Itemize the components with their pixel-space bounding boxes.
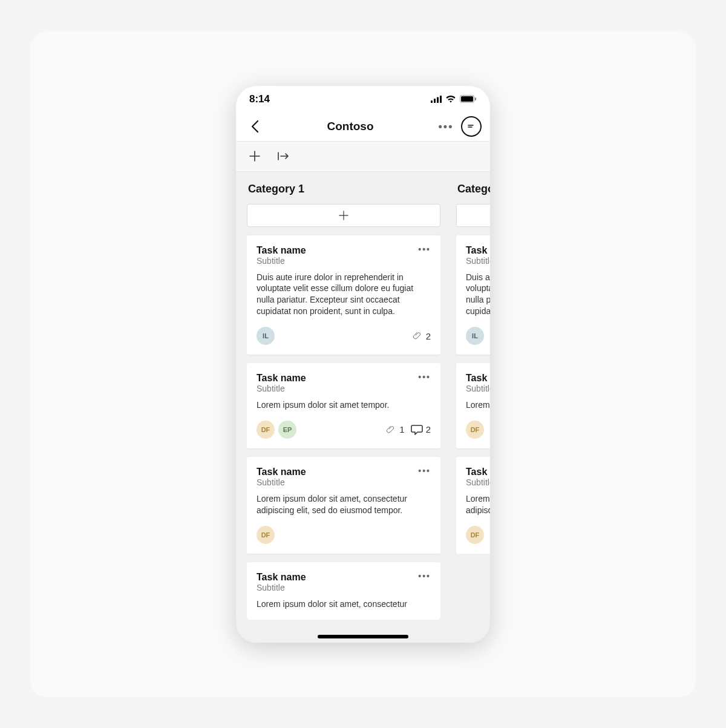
card-body: Lorem ipsum dolor sit amet tempor.	[257, 399, 431, 411]
chat-icon	[466, 121, 477, 132]
avatar-group: DF	[466, 526, 484, 544]
card-meta: 12	[385, 424, 431, 435]
task-card[interactable]: Task nameSubtitle•••Lorem ipsum dolor si…	[247, 457, 440, 554]
avatar[interactable]: IL	[466, 327, 484, 345]
card-title: Task name	[257, 373, 306, 384]
comment-count[interactable]: 2	[411, 424, 431, 435]
avatar[interactable]: DF	[257, 526, 275, 544]
card-more-button[interactable]: •••	[418, 373, 431, 381]
phone-frame: 8:14 Contoso •••	[236, 86, 490, 643]
svg-rect-2	[437, 97, 439, 103]
card-title: Task name	[257, 467, 306, 477]
cellular-icon	[431, 96, 442, 103]
battery-icon	[460, 95, 477, 103]
board-column: Category 2Task nameSubtitle•••Duis aute …	[456, 183, 490, 643]
plus-icon	[339, 211, 348, 220]
avatar-group: IL	[466, 327, 484, 345]
avatar[interactable]: DF	[466, 421, 484, 439]
avatar-group: DFEP	[257, 421, 296, 439]
column-title: Category 1	[247, 183, 440, 195]
task-card[interactable]: Task nameSubtitle•••Lorem ipsum dolor si…	[247, 562, 440, 620]
card-title: Task name	[257, 245, 306, 256]
avatar-group: DF	[466, 421, 484, 439]
back-button[interactable]	[244, 116, 265, 137]
task-card[interactable]: Task nameSubtitle•••Duis aute irure dolo…	[456, 235, 490, 355]
card-body: Lorem ipsum dolor sit amet, consectetur …	[257, 493, 431, 516]
card-body: Duis aute irure dolor in reprehenderit i…	[257, 272, 431, 318]
task-card[interactable]: Task nameSubtitle•••Lorem ipsum dolor si…	[247, 363, 440, 448]
attachment-icon	[385, 424, 396, 435]
avatar[interactable]: DF	[466, 526, 484, 544]
column-title: Category 2	[456, 183, 490, 195]
avatar-group: DF	[257, 526, 275, 544]
task-card[interactable]: Task nameSubtitle•••Lorem ipsum dolor si…	[456, 363, 490, 448]
more-button[interactable]: •••	[436, 116, 456, 137]
comment-icon	[411, 424, 423, 435]
card-more-button[interactable]: •••	[418, 572, 431, 580]
card-footer: IL	[466, 327, 490, 345]
status-time: 8:14	[249, 93, 270, 105]
nav-header: Contoso •••	[236, 113, 490, 142]
card-body: Lorem ipsum dolor sit amet, consectetur …	[466, 493, 490, 516]
svg-rect-5	[461, 96, 473, 102]
card-body: Lorem ipsum dolor sit amet tempor.	[466, 399, 490, 411]
svg-rect-1	[434, 99, 436, 103]
status-bar: 8:14	[236, 86, 490, 113]
card-subtitle: Subtitle	[257, 384, 306, 393]
card-footer: IL2	[257, 327, 431, 345]
card-subtitle: Subtitle	[257, 477, 306, 487]
card-footer: DF	[466, 421, 490, 439]
avatar[interactable]: EP	[278, 421, 296, 439]
board[interactable]: Category 1Task nameSubtitle•••Duis aute …	[236, 172, 490, 643]
chat-button[interactable]	[461, 116, 482, 137]
card-subtitle: Subtitle	[257, 583, 306, 592]
home-indicator	[318, 635, 408, 638]
card-subtitle: Subtitle	[466, 256, 490, 266]
card-body: Duis aute irure dolor in reprehenderit i…	[466, 272, 490, 318]
card-title: Task name	[466, 467, 490, 477]
plus-icon	[249, 150, 261, 162]
status-icons	[431, 95, 477, 103]
card-more-button[interactable]: •••	[418, 467, 431, 475]
card-footer: DFEP12	[257, 421, 431, 439]
card-footer: DF	[257, 526, 431, 544]
expand-button[interactable]	[273, 146, 294, 166]
add-card-button[interactable]	[456, 204, 490, 227]
card-title: Task name	[466, 373, 490, 384]
toolbar	[236, 142, 490, 172]
svg-rect-0	[431, 100, 433, 103]
avatar[interactable]: DF	[257, 421, 275, 439]
avatar[interactable]: IL	[257, 327, 275, 345]
attachment-count[interactable]: 2	[412, 330, 431, 341]
wifi-icon	[445, 95, 456, 103]
card-more-button[interactable]: •••	[418, 245, 431, 254]
expand-icon	[277, 151, 290, 162]
card-body: Lorem ipsum dolor sit amet, consectetur	[257, 598, 431, 610]
svg-rect-3	[440, 96, 442, 103]
avatar-group: IL	[257, 327, 275, 345]
task-card[interactable]: Task nameSubtitle•••Duis aute irure dolo…	[247, 235, 440, 355]
attachment-icon	[412, 330, 423, 341]
attachment-count[interactable]: 1	[385, 424, 404, 435]
card-subtitle: Subtitle	[257, 256, 306, 266]
card-title: Task name	[257, 572, 306, 583]
card-footer: DF	[466, 526, 490, 544]
card-meta: 2	[412, 330, 431, 341]
card-subtitle: Subtitle	[466, 384, 490, 393]
more-icon: •••	[439, 121, 454, 132]
page-title: Contoso	[270, 120, 431, 133]
card-subtitle: Subtitle	[466, 477, 490, 487]
add-card-button[interactable]	[247, 204, 440, 227]
task-card[interactable]: Task nameSubtitle•••Lorem ipsum dolor si…	[456, 457, 490, 554]
svg-rect-6	[475, 97, 476, 100]
board-column: Category 1Task nameSubtitle•••Duis aute …	[247, 183, 440, 643]
card-title: Task name	[466, 245, 490, 256]
card-list: Task nameSubtitle•••Duis aute irure dolo…	[247, 235, 440, 620]
card-list: Task nameSubtitle•••Duis aute irure dolo…	[456, 235, 490, 554]
add-button[interactable]	[244, 146, 265, 166]
